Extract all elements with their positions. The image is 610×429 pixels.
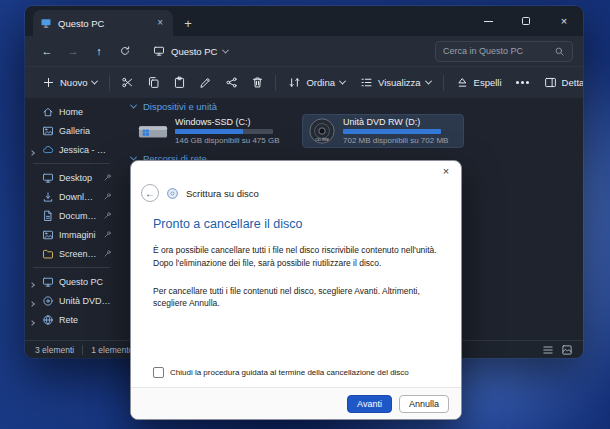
chevron-down-icon[interactable] (130, 101, 137, 108)
copy-button[interactable] (141, 71, 166, 95)
sidebar-divider (33, 163, 110, 164)
up-button[interactable]: ↑ (87, 40, 111, 62)
cancel-button[interactable]: Annulla (399, 395, 449, 413)
wizard-back-button[interactable]: ← (141, 184, 159, 202)
share-button[interactable] (219, 71, 244, 95)
chevron-down-icon (339, 78, 346, 85)
sidebar-item-onedrive[interactable]: Jessica - Personale (27, 140, 116, 159)
sidebar-item-label: Galleria (59, 126, 112, 136)
more-options-button[interactable] (510, 71, 535, 95)
wizard-footer: Avanti Annulla (131, 387, 461, 419)
view-button[interactable]: Visualizza (353, 71, 438, 95)
tab-title: Questo PC (58, 18, 148, 29)
drive-meta: Unità DVD RW (D:) 702 MB disponibili su … (343, 117, 458, 145)
scissors-icon (121, 76, 134, 89)
chevron-right-icon[interactable] (30, 317, 34, 327)
refresh-button[interactable] (113, 40, 137, 62)
eject-button[interactable]: Espelli (449, 71, 509, 95)
breadcrumb-label: Questo PC (171, 46, 217, 57)
next-button[interactable]: Avanti (347, 395, 392, 413)
chevron-right-icon[interactable] (30, 298, 34, 308)
disc-icon (42, 295, 54, 307)
new-button-label: Nuovo (60, 77, 87, 88)
folder-icon (42, 248, 54, 260)
dialog-close-button[interactable]: × (431, 161, 461, 181)
toolbar-separator (443, 75, 444, 91)
details-view-icon[interactable] (542, 344, 554, 356)
capacity-bar-fill (175, 129, 243, 134)
back-arrow-icon: ← (145, 188, 155, 199)
document-icon (42, 210, 54, 222)
forward-button[interactable]: → (61, 40, 85, 62)
drive-meta: Windows-SSD (C:) 146 GB disponibili su 4… (175, 117, 288, 145)
navigation-pane: Home Galleria Jessica - Personale (25, 98, 119, 340)
sort-icon (288, 76, 301, 89)
window-controls: × (469, 6, 583, 36)
onedrive-cloud-icon (42, 144, 54, 156)
details-button-label: Dettagli (562, 77, 583, 88)
home-icon (42, 106, 54, 118)
tab-close-icon[interactable]: × (154, 17, 166, 29)
wizard-header: ← Scrittura su disco (131, 181, 461, 205)
paste-icon (173, 76, 186, 89)
sidebar-item-label: Home (59, 107, 112, 117)
sidebar-item-label: Download (59, 192, 98, 202)
chevron-down-icon[interactable] (130, 153, 137, 160)
new-button[interactable]: Nuovo (35, 71, 104, 95)
sidebar-item-label: Unità DVD RW (D:) (59, 296, 112, 306)
sidebar-item-desktop[interactable]: Desktop (27, 168, 116, 187)
minimize-icon (484, 21, 493, 22)
item-count: 3 elementi (35, 345, 74, 355)
share-icon (225, 76, 238, 89)
drive-tile-dvd-rw[interactable]: CD-RW Unità DVD RW (D:) 702 MB disponibi… (303, 115, 463, 147)
disc-media-label: CD-RW (315, 137, 329, 142)
sidebar-item-label: Rete (59, 315, 112, 325)
paste-button[interactable] (167, 71, 192, 95)
command-bar: Nuovo (25, 66, 583, 98)
copy-icon (147, 76, 160, 89)
sidebar-item-download[interactable]: Download (27, 187, 116, 206)
maximize-button[interactable] (507, 6, 545, 36)
delete-button[interactable] (245, 71, 270, 95)
sidebar-item-pictures[interactable]: Immagini (27, 225, 116, 244)
status-divider (82, 345, 83, 355)
new-tab-button[interactable]: + (177, 12, 199, 34)
sidebar-item-network[interactable]: Rete (27, 310, 116, 329)
group-header-devices[interactable]: Dispositivi e unità (131, 100, 575, 112)
details-pane-button[interactable]: Dettagli (537, 71, 583, 95)
checkbox-unchecked[interactable] (153, 367, 164, 378)
search-box[interactable]: Cerca in Questo PC (435, 41, 573, 62)
sidebar-item-documents[interactable]: Documenti (27, 206, 116, 225)
wizard-heading: Pronto a cancellare il disco (153, 217, 439, 231)
cd-rw-disc-icon: CD-RW (308, 117, 336, 145)
chevron-down-icon[interactable] (222, 46, 229, 53)
chevron-right-icon[interactable] (30, 147, 34, 157)
sidebar-item-label: Questo PC (59, 277, 112, 287)
minimize-button[interactable] (469, 6, 507, 36)
explorer-tab[interactable]: Questo PC × (33, 10, 173, 36)
navigation-bar: ← → ↑ Questo PC Cerca in Questo PC (25, 36, 583, 66)
sidebar-item-screenshot[interactable]: Screenshot (27, 244, 116, 263)
sort-button[interactable]: Ordina (281, 71, 352, 95)
sidebar-item-label: Documenti (59, 211, 98, 221)
chevron-right-icon[interactable] (30, 279, 34, 289)
close-wizard-checkbox-row[interactable]: Chiudi la procedura guidata al termine d… (153, 367, 439, 378)
wizard-spacer (153, 325, 439, 367)
close-button[interactable]: × (545, 6, 583, 36)
sidebar-item-home[interactable]: Home (27, 102, 116, 121)
breadcrumb[interactable]: Questo PC (145, 43, 236, 59)
drive-name: Windows-SSD (C:) (175, 117, 288, 127)
sidebar-item-label: Screenshot (59, 249, 98, 259)
drive-name: Unità DVD RW (D:) (343, 117, 458, 127)
cut-button[interactable] (115, 71, 140, 95)
rename-button[interactable] (193, 71, 218, 95)
sidebar-item-this-pc[interactable]: Questo PC (27, 272, 116, 291)
sidebar-item-label: Jessica - Personale (59, 145, 112, 155)
pc-icon (42, 276, 54, 288)
chevron-down-icon (425, 78, 432, 85)
sidebar-item-gallery[interactable]: Galleria (27, 121, 116, 140)
drive-tile-windows-ssd[interactable]: Windows-SSD (C:) 146 GB disponibili su 4… (133, 115, 293, 147)
sidebar-item-dvd-drive[interactable]: Unità DVD RW (D:) (27, 291, 116, 310)
large-icons-view-icon[interactable] (561, 344, 573, 356)
back-button[interactable]: ← (35, 40, 59, 62)
